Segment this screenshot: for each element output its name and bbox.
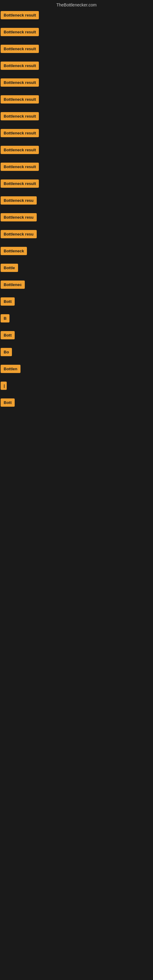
bottleneck-label[interactable]: Bottleneck result <box>1 45 39 53</box>
result-row: Bott <box>1 398 153 407</box>
results-list: Bottleneck resultBottleneck resultBottle… <box>0 11 153 407</box>
bottleneck-label[interactable]: Bottleneck result <box>1 62 39 70</box>
bottleneck-label[interactable]: Bottleneck result <box>1 162 39 171</box>
result-row: Bottleneck result <box>1 95 153 103</box>
bottleneck-label[interactable]: Bottleneck result <box>1 28 39 36</box>
result-row: Bottleneck <box>1 247 153 255</box>
bottleneck-label[interactable]: Bottleneck result <box>1 112 39 120</box>
site-header: TheBottlenecker.com <box>0 0 153 11</box>
bottleneck-label[interactable]: Bottleneck resu <box>1 213 37 221</box>
bottleneck-label[interactable]: | <box>1 382 7 390</box>
site-title: TheBottlenecker.com <box>0 0 153 11</box>
result-row: Bo <box>1 348 153 356</box>
result-row: Bottleneck result <box>1 45 153 53</box>
result-row: Bottleneck resu <box>1 196 153 205</box>
result-row: Bottleneck result <box>1 112 153 120</box>
bottleneck-label[interactable]: Bottleneck result <box>1 180 39 188</box>
result-row: Bottleneck result <box>1 78 153 87</box>
bottleneck-label[interactable]: Bottleneck resu <box>1 230 37 238</box>
bottleneck-label[interactable]: Bottleneck result <box>1 95 39 103</box>
result-row: Bottleneck resu <box>1 230 153 238</box>
result-row: Bottleneck result <box>1 28 153 36</box>
result-row: Bottleneck resu <box>1 213 153 221</box>
result-row: Bottleneck result <box>1 62 153 70</box>
bottleneck-label[interactable]: Bottleneck resu <box>1 196 37 205</box>
bottleneck-label[interactable]: Bott <box>1 398 15 407</box>
result-row: Bottleneck result <box>1 162 153 171</box>
bottleneck-label[interactable]: Bott <box>1 331 15 339</box>
bottleneck-label[interactable]: B <box>1 314 10 323</box>
result-row: Bottleneck result <box>1 180 153 188</box>
bottleneck-label[interactable]: Bottleneck result <box>1 129 39 137</box>
result-row: Bottleneck result <box>1 146 153 154</box>
result-row: Bott <box>1 331 153 339</box>
result-row: Bottleneck result <box>1 11 153 19</box>
bottleneck-label[interactable]: Bottleneck result <box>1 78 39 87</box>
result-row: | <box>1 382 153 390</box>
bottleneck-label[interactable]: Bott <box>1 298 15 305</box>
bottleneck-label[interactable]: Bo <box>1 348 12 356</box>
result-row: B <box>1 314 153 323</box>
bottleneck-label[interactable]: Bottlen <box>1 365 21 373</box>
bottleneck-label[interactable]: Bottleneck result <box>1 146 39 154</box>
result-row: Bottle <box>1 264 153 272</box>
result-row: Bottlenec <box>1 280 153 289</box>
result-row: Bottleneck result <box>1 129 153 137</box>
bottleneck-label[interactable]: Bottleneck result <box>1 11 39 19</box>
bottleneck-label[interactable]: Bottlenec <box>1 280 25 289</box>
bottleneck-label[interactable]: Bottle <box>1 264 18 272</box>
bottleneck-label[interactable]: Bottleneck <box>1 247 27 255</box>
result-row: Bottlen <box>1 365 153 373</box>
result-row: Bott <box>1 298 153 305</box>
